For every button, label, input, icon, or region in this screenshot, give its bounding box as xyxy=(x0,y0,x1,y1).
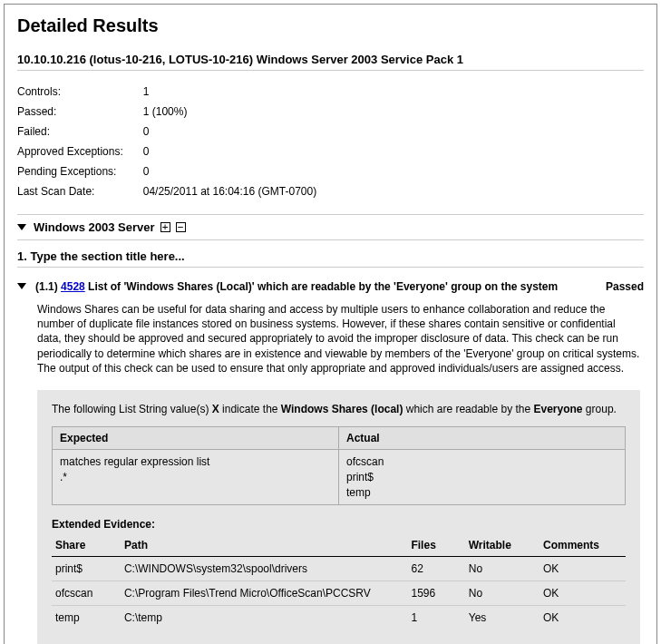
col-actual: Actual xyxy=(339,426,626,449)
cell-comments: OK xyxy=(539,581,626,606)
expand-all-icon[interactable]: + xyxy=(160,222,170,232)
text-bold: X xyxy=(212,403,219,415)
text: indicate the xyxy=(219,403,281,415)
cell-writable: Yes xyxy=(465,606,539,630)
cell-writable: No xyxy=(465,557,539,581)
section-title: 1. Type the section title here... xyxy=(17,249,644,268)
cell-writable: No xyxy=(465,581,539,606)
text: The following List String value(s) xyxy=(52,403,212,415)
cell-path: C:\temp xyxy=(121,606,408,630)
summary-value: 0 xyxy=(143,141,336,161)
page-title: Detailed Results xyxy=(17,15,644,36)
control-title: (1.1) 4528 List of 'Windows Shares (Loca… xyxy=(35,280,582,293)
cell-share: temp xyxy=(52,606,121,630)
cell-path: C:\Program Files\Trend Micro\OfficeScan\… xyxy=(121,581,408,606)
cell-comments: OK xyxy=(539,557,626,581)
control-description: Windows Shares can be useful for data sh… xyxy=(37,302,640,376)
summary-label: Pending Exceptions: xyxy=(17,161,143,181)
summary-label: Passed: xyxy=(17,102,143,122)
cell-files: 1596 xyxy=(407,581,464,606)
cell-files: 62 xyxy=(407,557,464,581)
summary-table: Controls: 1 Passed: 1 (100%) Failed: 0 A… xyxy=(17,82,336,201)
summary-label: Failed: xyxy=(17,122,143,141)
group-header[interactable]: Windows 2003 Server + − xyxy=(17,214,644,240)
evidence-intro: The following List String value(s) X ind… xyxy=(52,403,626,415)
cell-files: 1 xyxy=(407,606,464,630)
control-id-link[interactable]: 4528 xyxy=(61,280,85,293)
control-number: (1.1) xyxy=(35,280,58,293)
summary-value: 1 (100%) xyxy=(143,102,336,122)
col-share: Share xyxy=(52,534,121,557)
summary-label: Last Scan Date: xyxy=(17,181,143,201)
control-status: Passed xyxy=(606,280,644,293)
summary-label: Controls: xyxy=(17,82,143,102)
summary-value: 0 xyxy=(143,122,336,141)
cell-share: ofcscan xyxy=(52,581,121,606)
chevron-down-icon xyxy=(17,283,26,289)
chevron-down-icon xyxy=(17,224,26,230)
actual-cell: ofcscan print$ temp xyxy=(339,449,626,504)
text-bold: Everyone xyxy=(534,403,583,415)
control-name: List of 'Windows Shares (Local)' which a… xyxy=(88,280,558,293)
cell-comments: OK xyxy=(539,606,626,630)
group-name: Windows 2003 Server xyxy=(34,220,155,234)
col-expected: Expected xyxy=(53,426,339,449)
collapse-all-icon[interactable]: − xyxy=(176,222,186,232)
text: group. xyxy=(583,403,617,415)
report-page: Detailed Results 10.10.10.216 (lotus-10-… xyxy=(4,4,657,644)
extended-evidence-table: Share Path Files Writable Comments print… xyxy=(52,534,626,629)
table-row: print$ C:\WINDOWS\system32\spool\drivers… xyxy=(52,557,626,581)
summary-label: Approved Exceptions: xyxy=(17,141,143,161)
expected-cell: matches regular expression list .* xyxy=(53,449,339,504)
host-heading: 10.10.10.216 (lotus-10-216, LOTUS-10-216… xyxy=(17,53,644,71)
table-row: temp C:\temp 1 Yes OK xyxy=(52,606,626,630)
table-row: ofcscan C:\Program Files\Trend Micro\Off… xyxy=(52,581,626,606)
summary-value: 04/25/2011 at 16:04:16 (GMT-0700) xyxy=(143,181,336,201)
text: which are readable by the xyxy=(403,403,533,415)
text-bold: Windows Shares (local) xyxy=(281,403,403,415)
cell-share: print$ xyxy=(52,557,121,581)
control-header[interactable]: (1.1) 4528 List of 'Windows Shares (Loca… xyxy=(17,280,644,293)
col-comments: Comments xyxy=(539,534,626,557)
col-path: Path xyxy=(121,534,408,557)
expected-actual-table: Expected Actual matches regular expressi… xyxy=(52,426,626,505)
col-writable: Writable xyxy=(465,534,539,557)
extended-evidence-label: Extended Evidence: xyxy=(52,518,626,531)
evidence-panel: The following List String value(s) X ind… xyxy=(37,390,640,644)
col-files: Files xyxy=(407,534,464,557)
summary-value: 0 xyxy=(143,161,336,181)
summary-value: 1 xyxy=(143,82,336,102)
cell-path: C:\WINDOWS\system32\spool\drivers xyxy=(121,557,408,581)
